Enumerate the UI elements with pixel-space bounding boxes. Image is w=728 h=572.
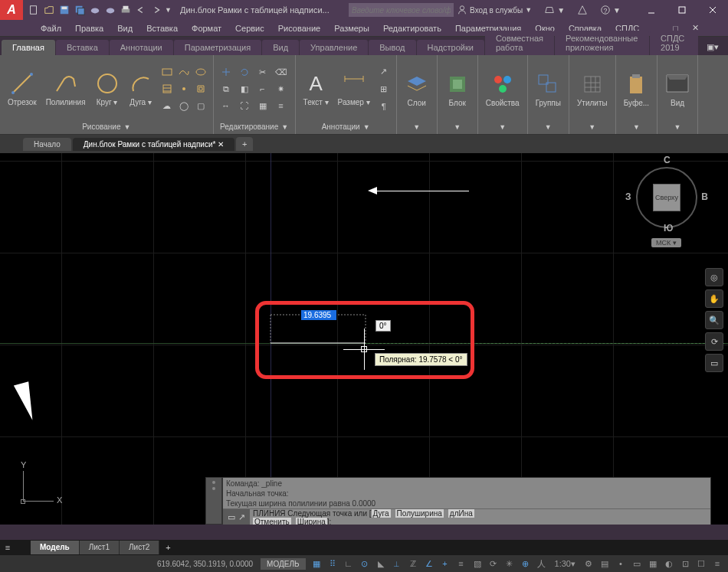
nav-show-icon[interactable]: ▭ — [705, 354, 723, 372]
array-icon[interactable]: ▦ — [255, 98, 271, 113]
doctab-add-button[interactable]: + — [236, 137, 253, 151]
utilities-button[interactable]: Утилиты — [574, 70, 611, 109]
polyline-button[interactable]: Полилиния — [43, 70, 89, 108]
ribbon-tab-spds[interactable]: СПДС 2019 — [650, 31, 698, 55]
ribbon-tab-addins[interactable]: Надстройки — [417, 40, 484, 55]
lock-ui-icon[interactable]: ▦ — [645, 557, 661, 570]
nav-zoom-icon[interactable]: 🔍 — [705, 311, 723, 329]
annomonitor-icon[interactable]: ⊕ — [518, 557, 533, 570]
properties-dd[interactable]: ▼ — [483, 122, 523, 132]
length-input[interactable] — [301, 310, 336, 320]
ribbon-expand-icon[interactable]: ▣▾ — [699, 39, 726, 55]
viewcube-west[interactable]: З — [625, 191, 631, 202]
cloud-save-icon[interactable] — [103, 3, 117, 17]
lineweight-icon[interactable]: ≡ — [454, 557, 469, 570]
viewcube-north[interactable]: С — [664, 155, 671, 165]
signin-button[interactable]: Вход в службы ▼ — [452, 3, 536, 17]
cmd-opt-length[interactable]: длИна — [448, 509, 474, 518]
block-button[interactable]: Блок — [442, 70, 473, 109]
annoscale-icon[interactable]: ✳ — [502, 557, 517, 570]
saveas-icon[interactable] — [73, 3, 87, 17]
menu-draw[interactable]: Рисование — [272, 22, 326, 34]
mirror-icon[interactable]: ◧ — [237, 81, 252, 96]
table-icon[interactable]: ⊞ — [376, 81, 392, 96]
move-icon[interactable] — [218, 64, 234, 80]
menu-edit[interactable]: Правка — [69, 22, 110, 34]
cmd-prompt-icon[interactable]: ▭ — [228, 512, 235, 522]
maximize-button[interactable] — [667, 0, 697, 20]
redo-icon[interactable] — [149, 3, 163, 17]
save-icon[interactable] — [57, 3, 71, 17]
command-window[interactable]: Команда: _pline Начальная точка: Текущая… — [222, 477, 711, 525]
viewcube[interactable]: Сверху С Ю В З МСК ▾ — [628, 159, 705, 247]
explode-icon[interactable]: ✷ — [274, 81, 289, 96]
region-icon[interactable] — [193, 81, 208, 96]
nav-orbit-icon[interactable]: ⟳ — [705, 332, 723, 351]
help-icon[interactable]: ?▼ — [595, 3, 625, 17]
ribbon-tab-annotate[interactable]: Аннотации — [110, 40, 173, 55]
ribbon-tab-featured[interactable]: Рекомендованные приложения — [555, 31, 649, 55]
annovis-icon[interactable]: 人 — [534, 557, 549, 570]
point-icon[interactable] — [176, 81, 192, 96]
view-button[interactable]: Вид — [662, 70, 693, 109]
clipboard-dd[interactable]: ▼ — [621, 122, 652, 132]
search-input[interactable] — [349, 3, 454, 17]
properties-button[interactable]: Свойства — [483, 70, 523, 109]
block-dd[interactable]: ▼ — [442, 122, 473, 132]
dyn-input-icon[interactable]: + — [438, 557, 453, 570]
cmd-opt-arc[interactable]: Дуга — [372, 509, 391, 518]
app-store-icon[interactable]: ▼ — [539, 3, 569, 17]
ortho-toggle-icon[interactable]: ∟ — [341, 557, 356, 570]
drawing-canvas[interactable]: 0° Полярная: 19.7578 < 0° Сверху С Ю В З… — [0, 153, 728, 525]
layers-button[interactable]: Слои — [402, 70, 432, 109]
coordinates-readout[interactable]: 619.6042, 350.1919, 0.0000 — [149, 560, 261, 568]
new-icon[interactable] — [27, 3, 41, 17]
donut-icon[interactable]: ◯ — [176, 98, 192, 113]
doctab-doc1[interactable]: Дин.блок Рамки с таблицей надписи* ✕ — [73, 138, 234, 151]
viewcube-south[interactable]: Ю — [664, 223, 673, 234]
menu-format[interactable]: Формат — [185, 22, 228, 34]
menu-dimension[interactable]: Размеры — [328, 22, 375, 34]
menu-modify[interactable]: Редактировать — [377, 22, 448, 34]
transparency-icon[interactable]: ▧ — [470, 557, 485, 570]
dimension-button[interactable]: Размер ▾ — [335, 70, 373, 108]
close-button[interactable] — [697, 0, 728, 20]
polar-toggle-icon[interactable]: ⊙ — [357, 557, 372, 570]
layout-tab-model[interactable]: Модель — [31, 541, 80, 554]
layout-tab-add[interactable]: + — [159, 541, 176, 554]
modify-group-label[interactable]: Редактирование ▼ — [218, 121, 290, 132]
view-dd[interactable]: ▼ — [662, 122, 693, 132]
osnap-toggle-icon[interactable]: ⟂ — [389, 557, 405, 570]
isolate-icon[interactable]: ◐ — [661, 557, 677, 570]
circle-button[interactable]: Круг ▾ — [92, 70, 123, 108]
cmd-opt-undo[interactable]: Отменить — [253, 518, 291, 525]
utilities-dd[interactable]: ▼ — [574, 122, 611, 132]
snap-toggle-icon[interactable]: ⠿ — [325, 557, 340, 570]
text-button[interactable]: A Текст ▾ — [300, 70, 332, 108]
ribbon-tab-parametric[interactable]: Параметризация — [174, 40, 261, 55]
minimize-button[interactable] — [636, 0, 667, 20]
nav-pan-icon[interactable]: ✋ — [705, 289, 723, 308]
groups-dd[interactable]: ▼ — [533, 122, 564, 132]
layout-tabs-menu-icon[interactable]: ≡ — [0, 543, 15, 552]
menu-view[interactable]: Вид — [111, 22, 139, 34]
ribbon-tab-home[interactable]: Главная — [2, 40, 55, 55]
menu-file[interactable]: Файл — [34, 22, 67, 34]
groups-button[interactable]: Группы — [533, 70, 564, 109]
ribbon-tab-insert[interactable]: Вставка — [56, 40, 109, 55]
viewcube-top-face[interactable]: Сверху — [653, 184, 680, 211]
ucs-icon[interactable]: Y X — [23, 463, 61, 502]
leader-icon[interactable]: ↗ — [376, 64, 392, 79]
ribbon-tab-output[interactable]: Вывод — [369, 40, 415, 55]
stretch-icon[interactable]: ↔ — [218, 98, 234, 113]
layers-dd[interactable]: ▼ — [402, 122, 432, 132]
arc-button[interactable]: Дуга ▾ — [126, 70, 156, 108]
command-input-row[interactable]: ▭ ↗ ПЛИНИЯ Следующая точка или [Дуга Пол… — [223, 508, 710, 525]
qp-icon[interactable]: ▭ — [629, 557, 644, 570]
scale-icon[interactable]: ⛶ — [237, 98, 252, 113]
cleanscreen-icon[interactable]: ☐ — [694, 557, 709, 570]
menu-tools[interactable]: Сервис — [229, 22, 271, 34]
ellipse-icon[interactable] — [193, 64, 208, 80]
draw-group-label[interactable]: Рисование ▼ — [5, 121, 208, 132]
command-drag-handle[interactable] — [205, 477, 222, 525]
